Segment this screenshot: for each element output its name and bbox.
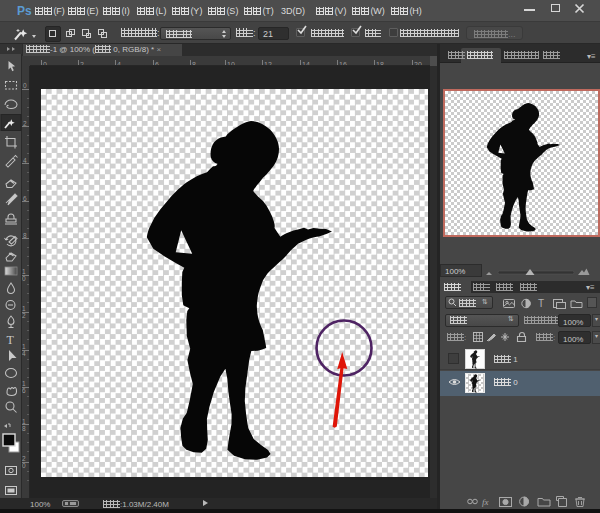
svg-text:6: 6 <box>22 387 26 394</box>
svg-text:2: 2 <box>22 455 26 462</box>
svg-text:4: 4 <box>23 157 27 164</box>
svg-text:fx: fx <box>482 497 489 507</box>
svg-text:8: 8 <box>22 425 26 432</box>
svg-text:6: 6 <box>23 195 27 202</box>
svg-text:0: 0 <box>22 275 26 282</box>
svg-text:1: 1 <box>22 380 26 387</box>
svg-text:T: T <box>7 333 15 347</box>
svg-text:4: 4 <box>22 350 26 357</box>
svg-text:2: 2 <box>22 312 26 319</box>
svg-text:2: 2 <box>23 120 27 127</box>
svg-text:0: 0 <box>22 462 26 469</box>
svg-text:T: T <box>538 298 544 309</box>
svg-text:0: 0 <box>23 82 27 89</box>
svg-text:1: 1 <box>22 305 26 312</box>
svg-text:8: 8 <box>23 232 27 239</box>
svg-text:1: 1 <box>22 268 26 275</box>
svg-text:1: 1 <box>22 418 26 425</box>
svg-text:1: 1 <box>22 343 26 350</box>
